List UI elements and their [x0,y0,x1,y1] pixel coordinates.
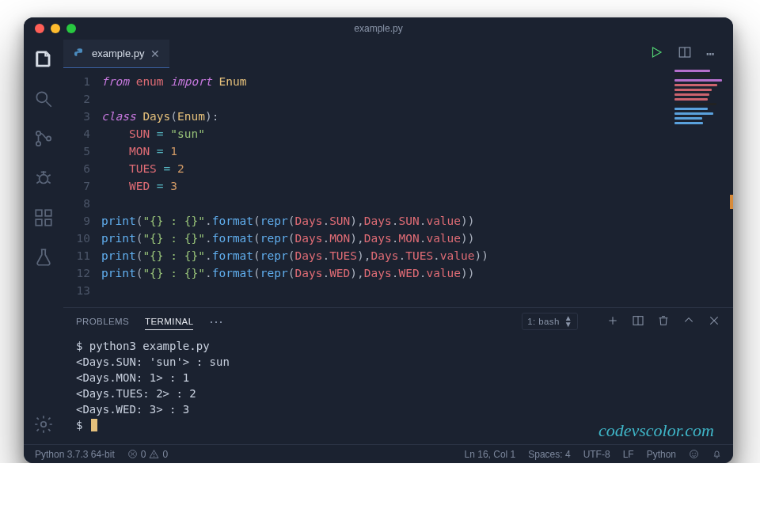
svg-rect-8 [45,219,51,226]
maximize-panel-icon[interactable] [682,314,695,329]
gutter: 12345678910111213 [63,73,101,299]
split-terminal-icon[interactable] [632,314,644,329]
panel-tabs: PROBLEMS TERMINAL ⋯ 1: bash ▲▼ [63,308,733,335]
svg-point-4 [47,136,51,140]
status-python-version[interactable]: Python 3.7.3 64-bit [35,449,115,460]
overview-ruler-marker [730,195,733,209]
status-cursor-position[interactable]: Ln 16, Col 1 [465,449,516,460]
svg-marker-12 [653,48,662,57]
tab-bar: example.py ✕ ⋯ [63,40,733,68]
run-icon[interactable] [649,45,663,63]
status-eol[interactable]: LF [623,449,634,460]
svg-point-26 [690,450,698,458]
file-tab-label: example.py [92,48,144,59]
titlebar: example.py [24,17,733,40]
explorer-icon[interactable] [33,49,54,70]
svg-point-10 [41,422,47,428]
status-language-mode[interactable]: Python [647,449,676,460]
svg-rect-6 [36,210,42,216]
search-icon[interactable] [33,89,54,109]
terminal-output[interactable]: $ python3 example.py<Days.SUN: 'sun'> : … [63,335,733,444]
panel-tab-problems[interactable]: PROBLEMS [76,314,129,329]
settings-gear-icon[interactable] [33,414,54,435]
status-indentation[interactable]: Spaces: 4 [528,449,570,460]
code-area[interactable]: from enum import Enum class Days(Enum): … [101,73,733,299]
close-tab-icon[interactable]: ✕ [150,48,160,60]
status-warning-count: 0 [162,449,168,460]
svg-point-27 [693,453,694,454]
more-actions-icon[interactable]: ⋯ [706,47,720,61]
svg-rect-7 [36,219,42,226]
terminal-selector[interactable]: 1: bash ▲▼ [522,313,578,330]
status-error-count: 0 [141,449,146,460]
status-notifications-icon[interactable] [712,449,722,459]
panel-tab-terminal[interactable]: TERMINAL [145,314,193,330]
status-feedback-icon[interactable] [689,449,699,459]
panel-more-icon[interactable]: ⋯ [209,314,223,329]
svg-point-25 [154,456,155,457]
activity-bar [24,40,63,444]
file-tab[interactable]: example.py ✕ [63,40,169,68]
svg-point-2 [36,131,40,135]
window-title: example.py [24,23,733,34]
svg-point-5 [40,175,48,184]
editor-window: example.py [24,17,733,463]
svg-point-11 [77,49,78,50]
terminal-selector-label: 1: bash [527,317,560,326]
status-encoding[interactable]: UTF-8 [583,449,610,460]
svg-point-28 [695,453,696,454]
status-bar: Python 3.7.3 64-bit 0 0 Ln 16, Col 1 Spa… [24,444,733,463]
editor-group: example.py ✕ ⋯ 12345678910111213 [63,40,733,444]
editor-actions: ⋯ [649,45,733,63]
svg-point-0 [36,92,47,102]
python-file-icon [73,48,86,60]
bottom-panel: PROBLEMS TERMINAL ⋯ 1: bash ▲▼ [63,307,733,444]
kill-terminal-icon[interactable] [657,314,670,329]
debug-icon[interactable] [33,168,54,188]
code-editor[interactable]: 12345678910111213 from enum import Enum … [63,68,733,307]
svg-point-3 [36,142,40,146]
testing-icon[interactable] [33,247,54,268]
svg-rect-9 [45,210,51,216]
split-editor-icon[interactable] [678,45,692,63]
status-problems[interactable]: 0 0 [127,449,168,460]
new-terminal-icon[interactable] [606,314,619,329]
extensions-icon[interactable] [33,207,54,228]
dropdown-arrows-icon: ▲▼ [564,315,572,328]
svg-line-1 [46,101,51,107]
close-panel-icon[interactable] [708,314,720,329]
source-control-icon[interactable] [33,128,54,149]
